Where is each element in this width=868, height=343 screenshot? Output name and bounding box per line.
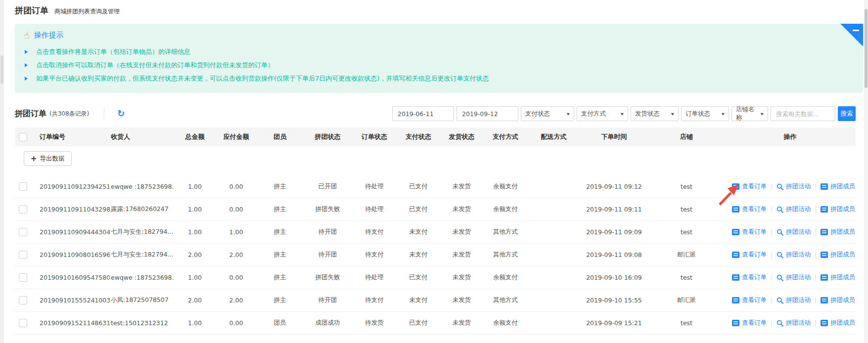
- group-members-link[interactable]: 拼团成员: [821, 319, 855, 327]
- view-order-label: 查看订单: [742, 182, 767, 191]
- link-divider: |: [815, 274, 817, 281]
- export-data-label: 导出数据: [40, 155, 65, 163]
- actions-cell: 查看订单 | 拼团活动 | 拼团成员: [725, 319, 856, 327]
- total-amount: 1.00: [174, 183, 216, 190]
- view-order-link[interactable]: 查看订单: [732, 273, 767, 282]
- row-checkbox[interactable]: [19, 251, 27, 259]
- collapse-corner-icon[interactable]: [840, 24, 863, 46]
- select-all-checkbox[interactable]: [19, 133, 27, 141]
- page-scrollbar[interactable]: [864, 0, 868, 343]
- view-order-link[interactable]: 查看订单: [732, 319, 767, 327]
- chevron-down-icon: ▼: [671, 112, 674, 116]
- row-checkbox-cell: [15, 273, 31, 282]
- pay-status: 已支付: [397, 182, 440, 191]
- export-data-button[interactable]: + 导出数据: [24, 151, 72, 166]
- total-amount: 1.00: [174, 206, 216, 213]
- scrollbar-thumb[interactable]: [865, 9, 868, 88]
- shop-name: 邮汇派: [648, 251, 725, 259]
- total-amount: 1.00: [174, 228, 216, 236]
- group-members-label: 拼团成员: [830, 228, 855, 236]
- row-checkbox[interactable]: [19, 228, 27, 236]
- row-checkbox[interactable]: [19, 296, 27, 304]
- group-activity-link[interactable]: 拼团活动: [777, 228, 811, 236]
- left-scrollbar-thumb[interactable]: [0, 55, 3, 84]
- pay-status: 未支付: [397, 251, 440, 259]
- group-members-link[interactable]: 拼团成员: [821, 273, 855, 282]
- notice-item-text: 点击取消操作可以取消订单（在线支付但未付款的订单和货到付款但未发货的订单）: [36, 61, 274, 70]
- section-title-group: 拼团订单 (共308条记录) ↻: [15, 108, 125, 119]
- left-edge-strip: [0, 0, 4, 343]
- shop-name-select[interactable]: 店铺名称 ▼: [731, 106, 768, 121]
- notice-item-text: 点击查看操作将显示订单（包括订单物品）的详细信息: [36, 47, 190, 56]
- row-checkbox[interactable]: [19, 273, 27, 282]
- pay-status-select[interactable]: 支付状态 ▼: [521, 106, 574, 121]
- view-order-label: 查看订单: [742, 296, 767, 304]
- payable-amount: 0.00: [216, 319, 257, 327]
- view-order-link[interactable]: 查看订单: [732, 251, 767, 259]
- pay-method-select[interactable]: 支付方式 ▼: [577, 106, 628, 121]
- group-members-link[interactable]: 拼团成员: [821, 296, 855, 304]
- row-checkbox[interactable]: [19, 319, 27, 327]
- group-activity-link[interactable]: 拼团活动: [777, 251, 811, 259]
- row-checkbox[interactable]: [19, 182, 27, 191]
- date-from-input[interactable]: [392, 106, 454, 121]
- ship-status: 未发货: [440, 182, 483, 191]
- col-member: 团员: [257, 132, 303, 141]
- view-order-link[interactable]: 查看订单: [732, 205, 767, 214]
- row-checkbox-cell: [15, 182, 31, 191]
- group-activity-link[interactable]: 拼团活动: [777, 182, 811, 191]
- ship-status-select[interactable]: 发货状态 ▼: [631, 106, 679, 121]
- magnifier-icon: [777, 252, 783, 258]
- group-members-link[interactable]: 拼团成员: [821, 228, 855, 236]
- member-role: 拼主: [257, 273, 303, 282]
- group-activity-link[interactable]: 拼团活动: [777, 296, 811, 304]
- refresh-icon[interactable]: ↻: [117, 109, 125, 118]
- view-order-link[interactable]: 查看订单: [732, 296, 767, 304]
- order-status-select[interactable]: 订单状态 ▼: [681, 106, 729, 121]
- order-number: 201909091521148631: [31, 319, 110, 327]
- total-amount: 2.00: [174, 297, 216, 304]
- col-ship-status: 发货状态: [440, 132, 483, 141]
- group-status: 成团成功: [303, 319, 352, 327]
- col-pay-status: 支付状态: [397, 132, 440, 141]
- magnifier-icon: [777, 320, 783, 327]
- group-members-link[interactable]: 拼团成员: [821, 251, 855, 259]
- ship-status: 未发货: [440, 205, 483, 214]
- search-input[interactable]: [771, 106, 835, 121]
- plus-icon: +: [31, 155, 37, 163]
- order-number: 201909110909444304: [31, 228, 110, 236]
- actions-cell: 查看订单 | 拼团活动 | 拼团成员: [725, 296, 856, 304]
- page-header: 拼团订单 商城拼团列表查询及管理: [15, 5, 120, 16]
- recipient: 露露:17680260247: [110, 205, 174, 214]
- order-time: 2019-09-09 15:21: [580, 319, 648, 327]
- actions-cell: 查看订单 | 拼团活动 | 拼团成员: [725, 273, 856, 282]
- recipient: 七月与安生:182794...: [110, 251, 174, 259]
- pay-status: 未支付: [397, 228, 440, 236]
- order-status: 待发货: [352, 319, 397, 327]
- group-activity-link[interactable]: 拼团活动: [777, 319, 811, 327]
- chevron-down-icon: ▼: [621, 112, 624, 116]
- group-members-link[interactable]: 拼团成员: [821, 182, 855, 191]
- row-checkbox[interactable]: [19, 205, 27, 214]
- list-icon: [821, 320, 828, 326]
- record-count: (共308条记录): [49, 110, 89, 118]
- search-button[interactable]: 搜索: [838, 106, 856, 121]
- view-order-link[interactable]: 查看订单: [732, 182, 767, 191]
- group-members-link[interactable]: 拼团成员: [821, 205, 855, 214]
- group-activity-link[interactable]: 拼团活动: [777, 205, 811, 214]
- shop-name: test: [648, 206, 725, 213]
- date-to-input[interactable]: [457, 106, 518, 121]
- row-checkbox-cell: [15, 228, 31, 236]
- bullet-triangle-icon: [25, 77, 28, 81]
- link-divider: |: [771, 229, 773, 236]
- group-activity-link[interactable]: 拼团活动: [777, 273, 811, 282]
- link-divider: |: [815, 320, 817, 327]
- row-checkbox-cell: [15, 205, 31, 214]
- magnifier-icon: [777, 229, 783, 236]
- order-status: 待处理: [352, 273, 397, 282]
- member-role: 团员: [257, 319, 303, 327]
- group-members-label: 拼团成员: [830, 296, 855, 304]
- pay-method-select-label: 支付方式: [581, 110, 606, 118]
- row-checkbox-cell: [15, 251, 31, 259]
- view-order-link[interactable]: 查看订单: [732, 228, 767, 236]
